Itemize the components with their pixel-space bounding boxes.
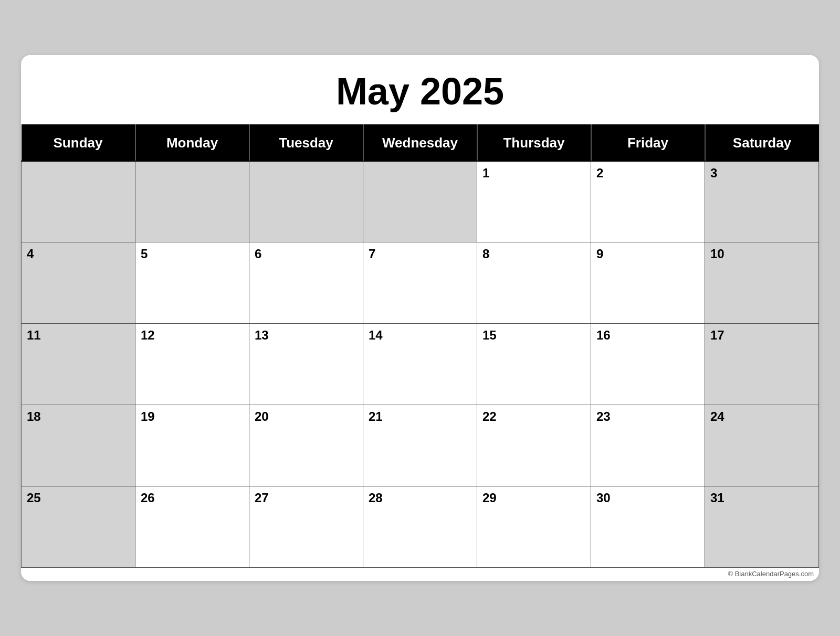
calendar-day-cell: 8 — [477, 242, 591, 324]
calendar-day-cell: 2 — [591, 161, 705, 242]
calendar-day-cell — [249, 161, 363, 242]
calendar-day-cell: 7 — [363, 242, 477, 324]
day-header-monday: Monday — [135, 125, 249, 161]
calendar-day-cell: 19 — [135, 405, 249, 486]
calendar-week-3: 11121314151617 — [22, 324, 819, 405]
calendar-day-cell: 18 — [22, 405, 135, 486]
calendar-day-cell: 4 — [22, 242, 135, 324]
day-header-sunday: Sunday — [22, 125, 135, 161]
watermark: © BlankCalendarPages.com — [21, 568, 819, 581]
calendar-day-cell: 23 — [591, 405, 705, 486]
calendar-day-cell: 28 — [363, 486, 477, 568]
calendar-day-cell: 29 — [477, 486, 591, 568]
calendar-day-cell: 3 — [705, 161, 819, 242]
calendar-day-cell: 12 — [135, 324, 249, 405]
calendar-day-cell: 31 — [705, 486, 819, 568]
calendar-day-cell: 14 — [363, 324, 477, 405]
calendar-day-cell: 11 — [22, 324, 135, 405]
calendar-day-cell: 25 — [22, 486, 135, 568]
calendar-week-2: 45678910 — [22, 242, 819, 324]
calendar-day-cell: 10 — [705, 242, 819, 324]
day-header-friday: Friday — [591, 125, 705, 161]
calendar-day-cell — [135, 161, 249, 242]
calendar-week-1: 123 — [22, 161, 819, 242]
calendar-day-cell: 27 — [249, 486, 363, 568]
calendar-day-cell: 5 — [135, 242, 249, 324]
day-header-wednesday: Wednesday — [363, 125, 477, 161]
calendar-week-5: 25262728293031 — [22, 486, 819, 568]
calendar-week-4: 18192021222324 — [22, 405, 819, 486]
calendar-day-cell: 20 — [249, 405, 363, 486]
calendar-day-cell — [22, 161, 135, 242]
calendar-day-cell: 6 — [249, 242, 363, 324]
days-header-row: SundayMondayTuesdayWednesdayThursdayFrid… — [22, 125, 819, 161]
day-header-saturday: Saturday — [705, 125, 819, 161]
calendar-day-cell: 13 — [249, 324, 363, 405]
day-header-thursday: Thursday — [477, 125, 591, 161]
calendar-day-cell: 1 — [477, 161, 591, 242]
calendar-container: May 2025 SundayMondayTuesdayWednesdayThu… — [21, 55, 819, 581]
calendar-day-cell: 9 — [591, 242, 705, 324]
calendar-day-cell: 22 — [477, 405, 591, 486]
calendar-grid: SundayMondayTuesdayWednesdayThursdayFrid… — [21, 124, 819, 568]
calendar-day-cell: 26 — [135, 486, 249, 568]
day-header-tuesday: Tuesday — [249, 125, 363, 161]
calendar-day-cell — [363, 161, 477, 242]
calendar-day-cell: 16 — [591, 324, 705, 405]
calendar-day-cell: 30 — [591, 486, 705, 568]
calendar-title: May 2025 — [21, 55, 819, 124]
calendar-day-cell: 17 — [705, 324, 819, 405]
calendar-day-cell: 24 — [705, 405, 819, 486]
calendar-day-cell: 15 — [477, 324, 591, 405]
calendar-day-cell: 21 — [363, 405, 477, 486]
